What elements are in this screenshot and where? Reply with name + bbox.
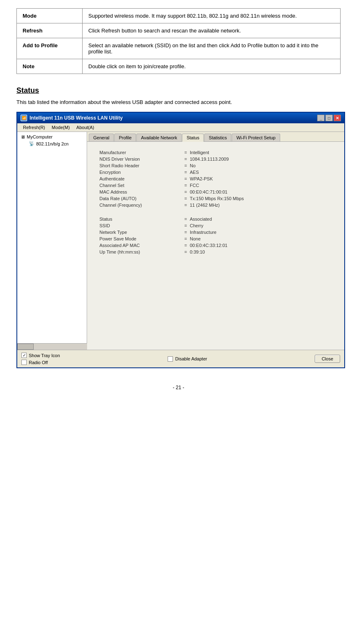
status-field-value: Cherry <box>190 223 332 228</box>
show-tray-icon-row: ✓ Show Tray Icon <box>21 353 60 358</box>
menu-mode[interactable]: Mode(M) <box>49 124 72 131</box>
radio-off-label: Radio Off <box>29 360 48 365</box>
status-field-label: Status <box>99 217 182 222</box>
info-table: Mode Supported wireless mode. It may sup… <box>16 8 341 74</box>
radio-off-checkbox[interactable] <box>21 360 27 365</box>
computer-label: MyComputer <box>27 134 53 139</box>
tab-general[interactable]: General <box>89 134 114 141</box>
table-row: Add to Profile Select an available netwo… <box>17 38 341 59</box>
status-content: Manufacturer=IntelligentNDIS Driver Vers… <box>87 142 344 350</box>
menu-refresh[interactable]: Refresh(R) <box>21 124 48 131</box>
status-separator: = <box>182 163 190 168</box>
tab-profile[interactable]: Profile <box>114 134 136 141</box>
status-field-value: 11 (2462 MHz) <box>190 203 332 208</box>
status-field-value: Tx:150 Mbps Rx:150 Mbps <box>190 196 332 201</box>
status-field-value: 1084.19.1113.2009 <box>190 157 332 162</box>
scrollbar-thumb <box>17 344 34 350</box>
close-button[interactable]: Close <box>315 355 340 363</box>
tab-wi-fi-protect-setup[interactable]: Wi-Fi Protect Setup <box>232 134 280 141</box>
dialog-menubar: Refresh(R) Mode(M) About(A) <box>17 123 344 132</box>
status-separator: = <box>182 189 190 194</box>
tab-statistics[interactable]: Statistics <box>204 134 231 141</box>
status-field-label: MAC Address <box>99 189 182 194</box>
status-field-label: Encryption <box>99 170 182 175</box>
status-separator: = <box>182 236 190 241</box>
computer-icon: 🖥 <box>21 134 25 139</box>
status-heading: Status <box>16 86 341 95</box>
status-field-label: Short Radio Header <box>99 163 182 168</box>
app-icon: 📶 <box>21 115 27 121</box>
disable-adapter-checkbox[interactable] <box>168 356 173 362</box>
status-field-value: WPA2-PSK <box>190 176 332 181</box>
status-separator: = <box>182 230 190 235</box>
status-separator: = <box>182 203 190 208</box>
status-field-value: 00:E0:4C:71:00:01 <box>190 189 332 194</box>
tree-computer[interactable]: 🖥 MyComputer <box>19 134 85 140</box>
disable-adapter-label: Disable Adapter <box>175 356 207 361</box>
show-tray-icon-label: Show Tray Icon <box>29 353 60 358</box>
radio-off-row: Radio Off <box>21 360 60 365</box>
status-field-value: 00:E0:4C:33:12:01 <box>190 243 332 248</box>
status-separator: = <box>182 243 190 248</box>
table-cell-desc: Select an available network (SSID) on th… <box>83 38 341 59</box>
status-field-value: FCC <box>190 183 332 188</box>
show-tray-icon-checkbox[interactable]: ✓ <box>21 353 27 358</box>
table-cell-label: Mode <box>17 9 83 23</box>
bottom-center: Disable Adapter <box>168 356 207 362</box>
status-field-value: 0:39:10 <box>190 249 332 254</box>
tree-scrollbar[interactable] <box>17 343 87 350</box>
table-row: Refresh Click Refresh button to search a… <box>17 23 341 38</box>
tab-available-network[interactable]: Available Network <box>136 134 182 141</box>
table-cell-desc: Supported wireless mode. It may support … <box>83 9 341 23</box>
status-separator: = <box>182 223 190 228</box>
bottom-left: ✓ Show Tray Icon Radio Off <box>21 353 60 365</box>
status-separator: = <box>182 157 190 162</box>
menu-about[interactable]: About(A) <box>74 124 97 131</box>
status-field-label: Power Save Mode <box>99 236 182 241</box>
minimize-button[interactable]: _ <box>317 115 325 121</box>
status-separator: = <box>182 196 190 201</box>
status-field-label: Up Time (hh:mm:ss) <box>99 249 182 254</box>
dialog-title-left: 📶 Intelligent 11n USB Wireless LAN Utili… <box>21 115 123 121</box>
dialog-bottom: ✓ Show Tray Icon Radio Off Disable Adapt… <box>17 350 344 367</box>
dialog-title-text: Intelligent 11n USB Wireless LAN Utility <box>30 115 123 121</box>
dialog-body: 🖥 MyComputer 📡 802.11n/b/g 2cn GeneralPr… <box>17 132 344 350</box>
maximize-button[interactable]: □ <box>325 115 333 121</box>
scrollbar-track <box>17 344 87 350</box>
status-field-label: Network Type <box>99 230 182 235</box>
table-cell-label: Refresh <box>17 23 83 38</box>
status-field-label: Authenticate <box>99 176 182 181</box>
status-field-value: AES <box>190 170 332 175</box>
table-row: Mode Supported wireless mode. It may sup… <box>17 9 341 23</box>
close-title-button[interactable]: ✕ <box>334 115 341 121</box>
table-cell-desc: Click Refresh button to search and resca… <box>83 23 341 38</box>
status-field-value: Infrastructure <box>190 230 332 235</box>
dialog-title-buttons: _ □ ✕ <box>317 115 341 121</box>
status-field-value: None <box>190 236 332 241</box>
device-icon: 📡 <box>29 141 35 146</box>
status-field-label: Data Rate (AUTO) <box>99 196 182 201</box>
status-field-value: Intelligent <box>190 150 332 155</box>
right-panel: GeneralProfileAvailable NetworkStatusSta… <box>87 132 344 350</box>
status-description: This tab listed the information about th… <box>16 99 341 105</box>
dialog-titlebar: 📶 Intelligent 11n USB Wireless LAN Utili… <box>17 113 344 123</box>
table-cell-label: Note <box>17 59 83 74</box>
status-field-label: Channel Set <box>99 183 182 188</box>
tab-status[interactable]: Status <box>182 134 204 142</box>
tree-device[interactable]: 📡 802.11n/b/g 2cn <box>27 140 85 147</box>
status-field-value: No <box>190 163 332 168</box>
table-row: Note Double click on item to join/create… <box>17 59 341 74</box>
page-number: - 21 - <box>16 385 341 390</box>
status-separator: = <box>182 249 190 254</box>
status-separator: = <box>182 176 190 181</box>
table-cell-desc: Double click on item to join/create prof… <box>83 59 341 74</box>
table-cell-label: Add to Profile <box>17 38 83 59</box>
status-separator: = <box>182 150 190 155</box>
status-separator: = <box>182 217 190 222</box>
tree-panel: 🖥 MyComputer 📡 802.11n/b/g 2cn <box>17 132 87 343</box>
status-separator: = <box>182 170 190 175</box>
dialog-window: 📶 Intelligent 11n USB Wireless LAN Utili… <box>16 112 345 368</box>
status-field-label: Channel (Frequency) <box>99 203 182 208</box>
status-grid: Manufacturer=IntelligentNDIS Driver Vers… <box>99 150 332 254</box>
status-field-value: Associated <box>190 217 332 222</box>
